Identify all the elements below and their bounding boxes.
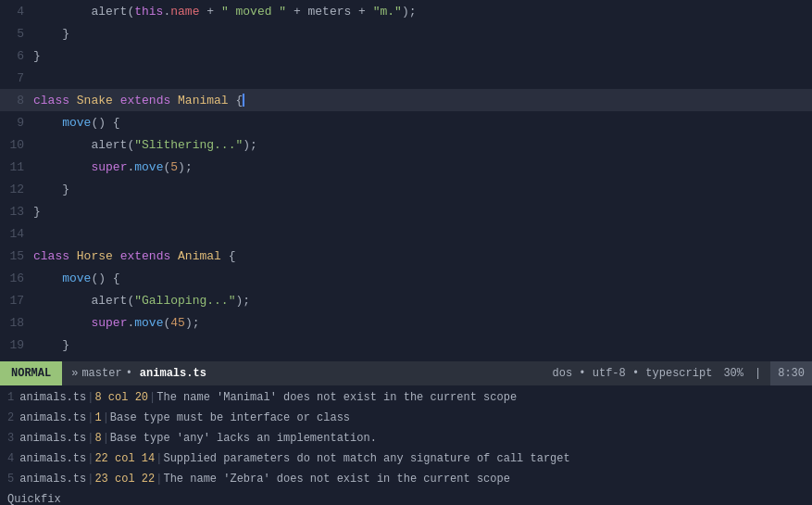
- line-content: }: [33, 205, 41, 219]
- code-line-7: 7: [0, 67, 812, 89]
- error-message: Base type must be interface or class: [110, 411, 350, 424]
- code-line-4: 4 alert(this.name + " moved " + meters +…: [0, 0, 812, 22]
- token: Snake: [77, 94, 120, 107]
- token: class: [33, 94, 77, 107]
- token: extends: [120, 94, 178, 107]
- line-number: 9: [0, 116, 33, 130]
- token: }: [33, 360, 41, 362]
- line-number: 20: [0, 360, 33, 362]
- line-content: }: [33, 360, 41, 362]
- token: );: [185, 316, 200, 330]
- error-line-1: 1animals.ts|8 col 20| The name 'Manimal'…: [0, 387, 812, 408]
- token: move: [62, 116, 91, 130]
- line-content: }: [33, 338, 69, 352]
- line-number: 12: [0, 183, 33, 196]
- branch-name: master: [81, 367, 121, 380]
- status-right-section: dos • utf-8 • typescript 30% |: [553, 367, 771, 380]
- token: );: [178, 160, 193, 174]
- line-content: }: [33, 49, 41, 63]
- line-content: super.move(45);: [33, 316, 200, 330]
- line-content: }: [33, 183, 69, 196]
- git-branch: » master • animals.ts: [62, 367, 219, 380]
- token: [33, 160, 91, 174]
- error-location: 8: [94, 432, 101, 445]
- error-location: 23 col 22: [94, 473, 155, 486]
- line-number: 17: [0, 294, 33, 308]
- error-index: 4: [7, 452, 14, 465]
- error-line-4: 4animals.ts|22 col 14| Supplied paramete…: [0, 448, 812, 469]
- error-location: 22 col 14: [94, 452, 155, 465]
- line-content: class Horse extends Animal {: [33, 249, 235, 263]
- token: Animal: [178, 249, 229, 263]
- token: );: [235, 294, 250, 308]
- token: );: [402, 5, 417, 19]
- error-index: 1: [7, 391, 14, 404]
- active-filename: animals.ts: [136, 367, 210, 380]
- line-number: 13: [0, 205, 33, 219]
- token: }: [33, 27, 69, 41]
- token: " moved ": [221, 5, 286, 19]
- token: name: [170, 5, 199, 19]
- code-editor[interactable]: 4 alert(this.name + " moved " + meters +…: [0, 0, 812, 361]
- code-line-18: 18 super.move(45);: [0, 311, 812, 334]
- line-number: 5: [0, 27, 33, 41]
- token: class: [33, 249, 77, 263]
- code-line-19: 19 }: [0, 334, 812, 356]
- code-line-10: 10 alert("Slithering...");: [0, 133, 812, 156]
- code-line-5: 5 }: [0, 22, 812, 44]
- line-content: alert(this.name + " moved " + meters + "…: [33, 5, 417, 19]
- error-line-2: 2animals.ts|1| Base type must be interfa…: [0, 408, 812, 428]
- error-file: animals.ts: [19, 473, 86, 486]
- token: {: [229, 249, 236, 263]
- error-location: 1: [94, 411, 101, 424]
- token: extends: [120, 249, 178, 263]
- line-content: alert("Slithering...");: [33, 138, 257, 152]
- error-line-3: 3animals.ts|8| Base type 'any' lacks an …: [0, 428, 812, 448]
- error-message: Base type 'any' lacks an implementation.: [110, 432, 377, 445]
- token: move: [134, 316, 163, 330]
- token: + meters +: [286, 5, 373, 19]
- token: () {: [91, 271, 119, 285]
- token: this: [134, 5, 163, 19]
- line-number: 15: [0, 249, 33, 263]
- token: [33, 316, 91, 330]
- line-number: 4: [0, 5, 33, 19]
- line-number: 7: [0, 71, 33, 85]
- token: () {: [91, 116, 119, 130]
- line-content: move() {: [33, 116, 120, 130]
- vim-mode: NORMAL: [0, 361, 62, 385]
- quickfix-label[interactable]: Quickfix: [0, 491, 812, 505]
- text-cursor: [243, 94, 244, 107]
- token: "Galloping...": [134, 294, 235, 308]
- code-line-14: 14: [0, 222, 812, 245]
- error-file: animals.ts: [19, 391, 86, 404]
- error-location: 8 col 20: [94, 391, 148, 404]
- error-line-5: 5animals.ts|23 col 22| The name 'Zebra' …: [0, 469, 812, 489]
- line-content: }: [33, 27, 69, 41]
- line-number: 14: [0, 227, 33, 241]
- error-message: The name 'Manimal' does not exist in the…: [156, 391, 517, 404]
- encoding-info: dos • utf-8 • typescript: [553, 367, 713, 380]
- token: super: [91, 316, 127, 330]
- code-line-20: 20}: [0, 356, 812, 361]
- error-panel: 1animals.ts|8 col 20| The name 'Manimal'…: [0, 385, 812, 491]
- line-content: move() {: [33, 271, 120, 285]
- token: alert(: [33, 294, 134, 308]
- token: [33, 271, 62, 285]
- token: [33, 116, 62, 130]
- line-number: 19: [0, 338, 33, 352]
- token: Horse: [77, 249, 120, 263]
- line-number: 11: [0, 160, 33, 174]
- code-line-16: 16 move() {: [0, 267, 812, 289]
- token: 45: [170, 316, 185, 330]
- line-number: 16: [0, 271, 33, 285]
- cursor-position: 8:30: [770, 361, 812, 385]
- code-line-11: 11 super.move(5);: [0, 156, 812, 178]
- error-file: animals.ts: [19, 432, 86, 445]
- token: "m.": [373, 5, 402, 19]
- line-content: alert("Galloping...");: [33, 294, 250, 308]
- branch-dot: •: [126, 367, 132, 380]
- token: "Slithering...": [134, 138, 243, 152]
- token: alert(: [33, 138, 134, 152]
- token: }: [33, 338, 69, 352]
